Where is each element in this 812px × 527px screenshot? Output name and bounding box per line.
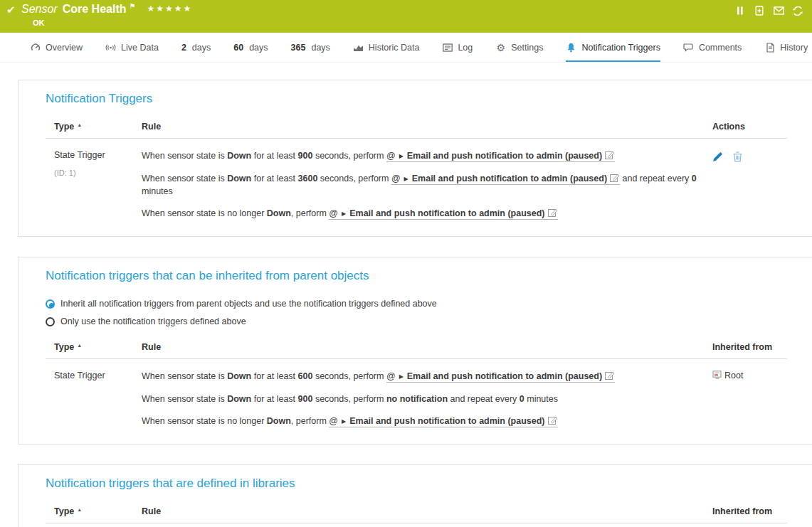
- edit-note-icon[interactable]: [545, 208, 558, 218]
- add-report-icon[interactable]: [754, 6, 765, 16]
- column-actions: Actions: [712, 122, 787, 132]
- tab-overview[interactable]: Overview: [30, 33, 83, 62]
- edit-note-icon[interactable]: [607, 174, 620, 183]
- check-icon: ✔: [6, 4, 16, 16]
- tab-number: 2: [181, 43, 186, 53]
- inheritance-radio-1[interactable]: Inherit all notification triggers from p…: [46, 299, 787, 309]
- page-content: Notification Triggers Type▲ Rule Actions…: [0, 63, 812, 527]
- tab-days[interactable]: 60days: [233, 33, 268, 62]
- tab-label: Log: [458, 43, 473, 53]
- log-icon: [442, 43, 453, 53]
- tab-label: Overview: [46, 43, 83, 53]
- priority-stars[interactable]: ★★★★★: [147, 4, 192, 14]
- inheritance-radio-group: Inherit all notification triggers from p…: [46, 299, 787, 326]
- root-group-icon: [712, 371, 722, 381]
- trigger-rule-line: When sensor state is no longer Down, per…: [142, 208, 712, 220]
- radio-label: Inherit all notification triggers from p…: [60, 299, 437, 309]
- history-icon: [764, 43, 775, 53]
- panel-title: Notification Triggers: [46, 92, 787, 106]
- table-body: State TriggerWhen sensor state is Down f…: [46, 359, 787, 430]
- column-inherited-from: Inherited from: [712, 506, 787, 516]
- trigger-id: (ID: 1): [54, 169, 142, 177]
- tab-label: Comments: [699, 43, 742, 53]
- tab-label: days: [192, 43, 211, 53]
- tab-settings[interactable]: ⚙Settings: [495, 33, 543, 62]
- notification-link[interactable]: @▶Email and push notification to admin (…: [391, 174, 620, 185]
- notification-link[interactable]: @▶Email and push notification to admin (…: [329, 208, 557, 220]
- notification-link[interactable]: @▶Email and push notification to admin (…: [386, 151, 615, 162]
- radio-selected-icon[interactable]: [46, 299, 55, 309]
- radio-unselected-icon[interactable]: [46, 317, 55, 326]
- trigger-rule-line: When sensor state is Down for at least 9…: [142, 393, 712, 405]
- empty-table-message: (no triggers defined): [19, 523, 812, 527]
- tab-notification-triggers[interactable]: Notification Triggers: [566, 33, 660, 62]
- trigger-type: State Trigger: [54, 371, 142, 380]
- panel-title: Notification triggers that can be inheri…: [46, 269, 787, 283]
- column-type[interactable]: Type▲: [46, 506, 142, 516]
- tab-label: History: [780, 43, 808, 53]
- sensor-status-bar: ✔ SensorCore Health⚑★★★★★ OK: [0, 0, 812, 33]
- delete-trash-icon[interactable]: [733, 151, 742, 162]
- tab-label: Historic Data: [369, 43, 420, 53]
- email-icon[interactable]: [773, 6, 784, 16]
- column-inherited-from: Inherited from: [712, 342, 787, 352]
- edit-pencil-icon[interactable]: [712, 151, 723, 162]
- tab-label: Notification Triggers: [581, 43, 660, 53]
- arrow-icon: ▶: [399, 153, 404, 159]
- notification-link[interactable]: @▶Email and push notification to admin (…: [329, 416, 557, 427]
- tab-history[interactable]: History: [764, 33, 808, 62]
- notification-link[interactable]: @▶Email and push notification to admin (…: [386, 371, 615, 383]
- panel-library-triggers: Notification triggers that are defined i…: [18, 464, 812, 527]
- edit-note-icon[interactable]: [545, 416, 558, 426]
- tab-label: days: [311, 43, 329, 53]
- object-kind-label: Sensor: [21, 3, 58, 15]
- column-rule: Rule: [142, 122, 712, 132]
- chart-icon: [353, 43, 364, 53]
- tab-log[interactable]: Log: [442, 33, 473, 62]
- trigger-rule-line: When sensor state is Down for at least 3…: [142, 173, 712, 198]
- table-row: State TriggerWhen sensor state is Down f…: [46, 359, 787, 430]
- trigger-rule-line: When sensor state is Down for at least 6…: [142, 371, 712, 383]
- sensor-title: Core Health: [63, 3, 127, 15]
- table-body: State Trigger(ID: 1)When sensor state is…: [46, 139, 787, 222]
- table-row: State Trigger(ID: 1)When sensor state is…: [46, 139, 787, 222]
- table-header: Type▲ Rule Inherited from: [46, 342, 787, 359]
- edit-note-icon[interactable]: [602, 371, 615, 381]
- column-type[interactable]: Type▲: [46, 342, 142, 352]
- bell-icon: [566, 43, 576, 53]
- trigger-rule-line: When sensor state is Down for at least 9…: [142, 150, 712, 163]
- table-header: Type▲ Rule Inherited from: [46, 506, 787, 523]
- toolbar: [734, 6, 803, 16]
- tab-historic-data[interactable]: Historic Data: [353, 33, 420, 62]
- column-type[interactable]: Type▲: [46, 122, 142, 132]
- arrow-icon: ▶: [342, 418, 346, 425]
- tab-live-data[interactable]: Live Data: [105, 33, 159, 62]
- flag-icon: ⚑: [130, 2, 136, 10]
- column-rule: Rule: [142, 506, 712, 516]
- status-badge: OK: [33, 18, 45, 27]
- comment-icon: [683, 43, 694, 53]
- sort-asc-icon: ▲: [77, 343, 82, 348]
- panel-notification-triggers: Notification Triggers Type▲ Rule Actions…: [18, 80, 812, 237]
- trigger-type: State Trigger: [54, 150, 142, 160]
- tab-comments[interactable]: Comments: [683, 33, 742, 62]
- tab-label: Settings: [511, 43, 543, 53]
- panel-inherited-triggers: Notification triggers that can be inheri…: [18, 257, 812, 445]
- pause-icon[interactable]: [734, 6, 746, 16]
- refresh-icon[interactable]: [792, 6, 803, 16]
- tab-days[interactable]: 365days: [291, 33, 330, 62]
- tab-label: days: [249, 43, 268, 53]
- sort-asc-icon: ▲: [77, 507, 82, 512]
- tab-number: 60: [233, 43, 243, 53]
- arrow-icon: ▶: [404, 176, 408, 182]
- sort-asc-icon: ▲: [77, 122, 82, 127]
- tab-days[interactable]: 2days: [181, 33, 211, 62]
- edit-note-icon[interactable]: [602, 151, 615, 161]
- arrow-icon: ▶: [399, 373, 404, 380]
- arrow-icon: ▶: [342, 211, 346, 217]
- panel-title: Notification triggers that are defined i…: [46, 477, 787, 491]
- inheritance-radio-2[interactable]: Only use the notification triggers defin…: [46, 316, 787, 326]
- column-rule: Rule: [142, 342, 712, 352]
- inherited-from-link[interactable]: Root: [724, 371, 743, 380]
- broadcast-icon: [105, 43, 116, 53]
